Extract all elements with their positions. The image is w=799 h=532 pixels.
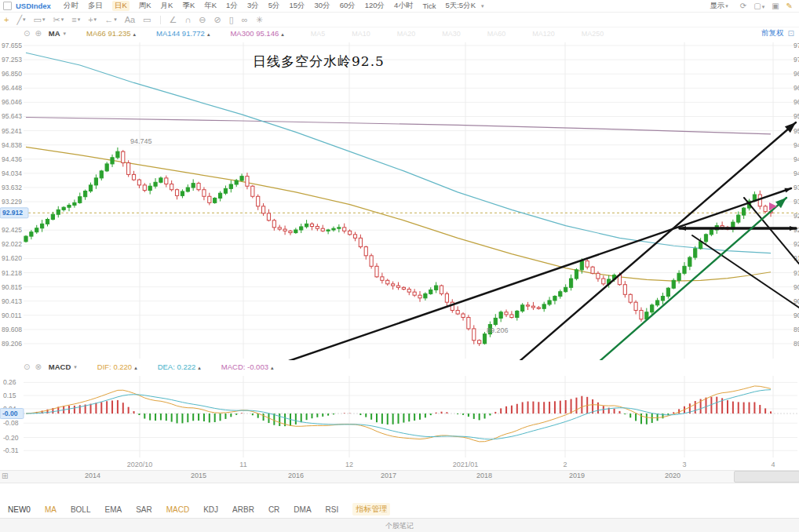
timeframe-Tick[interactable]: Tick: [422, 2, 436, 10]
tab-MACD[interactable]: MACD: [166, 505, 189, 514]
angle-tool-icon[interactable]: ∠: [170, 15, 177, 25]
peak-price-label: 94.745: [130, 137, 152, 145]
timeframe-1分[interactable]: 1分: [226, 1, 238, 11]
candle-body: [364, 247, 367, 256]
hide-tool-icon[interactable]: ⊘: [214, 15, 221, 25]
crosshair-tool-icon[interactable]: +▾: [88, 15, 97, 24]
candle-body: [764, 206, 767, 212]
shape-tool-icon[interactable]: ▭▾: [34, 15, 46, 25]
trendline-long[interactable]: [289, 188, 791, 360]
timeframe-60分[interactable]: 60分: [340, 1, 356, 11]
price-chart-canvas[interactable]: 97.65597.65597.25397.25396.85096.85096.4…: [0, 41, 799, 360]
cut-tool-icon[interactable]: ✂▾: [53, 15, 64, 25]
down-line-2[interactable]: [692, 235, 799, 308]
legend-disabled-ma10[interactable]: MA10: [352, 30, 370, 38]
ma-group-label[interactable]: MA: [49, 29, 60, 38]
ma-line-ma66: [26, 147, 771, 281]
camera-icon[interactable]: ▣: [772, 2, 779, 10]
tab-DMA[interactable]: DMA: [294, 505, 311, 514]
legend-dea[interactable]: DEA: 0.222▴: [158, 363, 201, 371]
legend-macd[interactable]: MACD: -0.003▴: [221, 363, 274, 371]
tab-MA[interactable]: MA: [45, 505, 57, 514]
timeframe-15分[interactable]: 15分: [289, 1, 305, 11]
timeframe-年K[interactable]: 年K: [204, 1, 217, 11]
timeframe-5天:5分K[interactable]: 5天:5分K: [445, 1, 476, 11]
timeframe-周K[interactable]: 周K: [139, 1, 151, 11]
tab-CR[interactable]: CR: [268, 505, 279, 514]
comment-tool-icon[interactable]: ▭: [143, 15, 151, 25]
layers-tool-icon[interactable]: ≡▾: [71, 15, 80, 24]
legend-ma66[interactable]: MA66 91.235▴: [86, 29, 136, 38]
pencil-icon[interactable]: ✎: [786, 2, 793, 10]
legend-ma144[interactable]: MA144 91.772▴: [156, 29, 210, 38]
candle-body: [569, 279, 572, 287]
timeframe-季K[interactable]: 季K: [182, 1, 195, 11]
indicator-settings-icon[interactable]: ⊙: [24, 29, 30, 38]
delete-tool-icon[interactable]: ▯: [229, 15, 234, 25]
price-axis-label: 92.425: [2, 226, 22, 234]
remove-tool-icon[interactable]: ⊖: [199, 15, 206, 25]
magnet-tool-icon[interactable]: ∩: [184, 15, 191, 24]
price-adjust-mode[interactable]: 前复权⊡: [761, 28, 799, 38]
candle-body: [597, 273, 600, 279]
line-tool-icon[interactable]: ╱▾: [16, 15, 25, 25]
candle-body: [445, 293, 448, 302]
settings-tool-icon[interactable]: ✳: [256, 15, 263, 25]
timeframe-多日[interactable]: 多日: [88, 1, 103, 11]
timeframe-4小时[interactable]: 4小时: [394, 1, 413, 11]
trendline-steep-arrow[interactable]: [518, 122, 796, 360]
legend-disabled-ma5[interactable]: MA5: [311, 30, 326, 38]
tab-EMA[interactable]: EMA: [104, 505, 122, 514]
legend-disabled-ma20[interactable]: MA20: [397, 30, 416, 38]
candle-body: [688, 257, 691, 266]
tab-NEW0[interactable]: NEW0: [8, 505, 31, 514]
timeline-selection[interactable]: [734, 471, 799, 483]
legend-ma300[interactable]: MA300 95.146▴: [230, 29, 283, 38]
timeframe-日K[interactable]: 日K: [112, 1, 130, 11]
price-axis-label: 96.448: [2, 84, 22, 92]
tab-ARBR[interactable]: ARBR: [232, 505, 254, 514]
timeframe-分时[interactable]: 分时: [64, 1, 78, 11]
timeframe-月K[interactable]: 月K: [161, 1, 173, 11]
timeframe-30分[interactable]: 30分: [315, 1, 330, 11]
price-axis-label: 91.620: [2, 254, 22, 262]
candle-body: [429, 290, 432, 293]
refresh-icon[interactable]: ⟳: [740, 2, 746, 10]
text-tool-icon[interactable]: Aa: [125, 15, 135, 24]
timeframe-3分[interactable]: 3分: [247, 1, 259, 11]
move-tool-icon[interactable]: +: [4, 15, 9, 24]
candle-body: [407, 290, 410, 293]
symbol-label[interactable]: USDIndex: [16, 2, 51, 10]
layout-icon[interactable]: ▢▾: [753, 2, 764, 10]
candle-body: [197, 184, 200, 190]
legend-dif[interactable]: DIF: 0.220▴: [97, 363, 137, 371]
tab-指标管理[interactable]: 指标管理: [352, 503, 390, 516]
tab-BOLL[interactable]: BOLL: [71, 505, 91, 514]
tab-SAR[interactable]: SAR: [136, 505, 152, 514]
legend-disabled-ma250[interactable]: MA250: [582, 30, 604, 38]
arrow-tool-icon[interactable]: ←▾: [104, 15, 117, 24]
legend-disabled-ma120[interactable]: MA120: [532, 30, 555, 38]
legend-disabled-ma60[interactable]: MA60: [487, 30, 506, 38]
macd-chart-canvas[interactable]: 0.260.150.04-0.08-0.20-0.31-0.00: [0, 374, 799, 459]
candle-body: [84, 191, 87, 197]
link-tool-icon[interactable]: ∞: [242, 15, 248, 24]
macd-group-label[interactable]: MACD: [49, 363, 71, 371]
candle-body: [559, 292, 562, 297]
timeline-expand-icon[interactable]: ⊞: [2, 472, 8, 480]
display-menu[interactable]: 显示▾: [710, 1, 728, 11]
legend-disabled-ma30[interactable]: MA30: [442, 30, 461, 38]
history-timeline[interactable]: ⊞ 20142015201620172018201920202021: [0, 470, 799, 483]
stock-notes-label[interactable]: 个股笔记: [385, 521, 414, 531]
macd-settings-icon[interactable]: ⊙: [24, 363, 30, 371]
tab-RSI[interactable]: RSI: [326, 505, 339, 514]
timeframe-caret-icon[interactable]: ▾: [481, 3, 484, 9]
timeframe-120分[interactable]: 120分: [365, 1, 385, 11]
tab-KDJ[interactable]: KDJ: [203, 505, 218, 514]
timeframe-5分[interactable]: 5分: [268, 1, 280, 11]
candle-body: [111, 158, 114, 164]
macd-close-icon[interactable]: ⊗: [35, 363, 41, 371]
price-axis-label: 93.229: [2, 198, 22, 206]
indicator-eye-icon[interactable]: ⊕: [35, 29, 41, 38]
window-icon[interactable]: [3, 2, 12, 10]
